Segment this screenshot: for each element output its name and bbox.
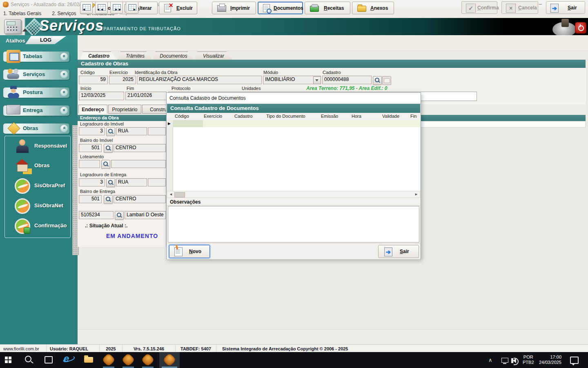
- cidade-codigo-field[interactable]: 5105234: [79, 211, 114, 219]
- col-validade[interactable]: Validade: [382, 114, 399, 119]
- chevron-down-icon[interactable]: »: [60, 53, 68, 60]
- codigo-field[interactable]: 59: [79, 76, 108, 84]
- inicio-field[interactable]: 12/03/2025: [79, 92, 124, 100]
- record-last-button[interactable]: ►: [126, 2, 138, 13]
- tab-documentos[interactable]: Documentos: [153, 52, 194, 60]
- sair-button[interactable]: Sair: [546, 1, 585, 14]
- col-tipo-documento[interactable]: Tipo do Documento: [266, 114, 305, 119]
- col-cadastro[interactable]: Cadastro: [234, 114, 253, 119]
- sidebar-tab-atalhos[interactable]: Atalhos: [6, 38, 25, 44]
- bairro-imovel-search-button[interactable]: [104, 144, 113, 153]
- modulo-select[interactable]: IMOBILIÁRIO: [263, 76, 321, 84]
- confirma-button[interactable]: ✓ Confirma: [461, 1, 497, 14]
- sidebar-group-servicos[interactable]: Serviços »: [3, 70, 69, 80]
- tab-visualizar[interactable]: Visualizar: [194, 52, 233, 60]
- language-indicator[interactable]: POR PTB2: [523, 355, 534, 365]
- col-exercicio[interactable]: Exercício: [204, 114, 222, 119]
- alterar-button[interactable]: Alterar: [119, 2, 158, 14]
- col-emissao[interactable]: Emissão: [321, 114, 338, 119]
- excluir-button[interactable]: Excluir: [159, 2, 197, 14]
- chevron-down-icon[interactable]: »: [60, 107, 68, 114]
- logradouro-imovel-codigo-field[interactable]: 3: [79, 127, 105, 135]
- logradouro-imovel-tipo-field[interactable]: RUA: [116, 127, 147, 135]
- app-window-2-button[interactable]: [120, 352, 136, 368]
- tab-tramites[interactable]: Trâmites: [118, 52, 153, 60]
- logradouro-entrega-search-button[interactable]: [106, 178, 115, 187]
- exercicio-field[interactable]: 2025: [109, 76, 136, 84]
- logradouro-imovel-nome-field[interactable]: [148, 127, 166, 135]
- menu-tabelas-gerais[interactable]: 1. Tabelas Gerais: [3, 11, 41, 16]
- logradouro-imovel-search-button[interactable]: [106, 127, 115, 136]
- bairro-imovel-codigo-field[interactable]: 501: [79, 144, 102, 152]
- bairro-entrega-search-button[interactable]: [104, 195, 113, 204]
- network-icon[interactable]: [501, 358, 508, 363]
- subtab-endereco[interactable]: Endereço: [78, 105, 107, 114]
- record-first-button[interactable]: ◄: [80, 2, 93, 13]
- tray-expand-icon[interactable]: ∧: [488, 357, 492, 363]
- app-window-3-button[interactable]: [140, 352, 156, 368]
- sidebar-item-responsavel[interactable]: Responsável: [5, 139, 70, 156]
- status-site[interactable]: www.fiorilli.com.br: [0, 345, 47, 352]
- sidebar-item-obras[interactable]: Obras: [5, 158, 70, 175]
- documentos-button[interactable]: Documentos: [258, 2, 303, 14]
- chevron-down-icon[interactable]: »: [60, 89, 68, 96]
- loteamento-codigo-field[interactable]: [79, 160, 100, 168]
- app-window-active-button[interactable]: [159, 352, 180, 368]
- imprimir-button[interactable]: Imprimir: [212, 2, 256, 14]
- cadastro-field[interactable]: 000000488: [322, 76, 372, 84]
- anexos-button[interactable]: Anexos: [352, 2, 394, 14]
- bairro-imovel-nome-field[interactable]: CENTRO: [114, 144, 166, 152]
- internet-explorer-button[interactable]: e: [61, 352, 78, 368]
- sidebar-item-sisobrapref[interactable]: SisObraPref: [5, 178, 70, 195]
- col-hora[interactable]: Hora: [352, 114, 361, 119]
- sidebar-group-obras[interactable]: Obras »: [3, 123, 69, 134]
- notification-center-icon[interactable]: [570, 357, 579, 364]
- file-explorer-button[interactable]: [81, 352, 97, 368]
- tab-cadastro[interactable]: Cadastro: [80, 52, 118, 60]
- dialog-sair-button[interactable]: Sair: [378, 245, 419, 258]
- taskbar-search-button[interactable]: [21, 352, 38, 368]
- cadastro-search-button[interactable]: [373, 76, 382, 85]
- modulo-dropdown-button[interactable]: [313, 76, 321, 84]
- volume-icon[interactable]: [513, 358, 516, 363]
- receitas-button[interactable]: Receitas: [305, 2, 350, 14]
- observacoes-textarea[interactable]: [168, 206, 419, 242]
- scroll-left-icon[interactable]: ◄: [168, 192, 174, 197]
- dialog-titlebar[interactable]: Consulta Cadastro de Documentos: [167, 93, 421, 103]
- scrollbar-thumb[interactable]: [174, 192, 185, 197]
- bairro-entrega-nome-field[interactable]: CENTRO: [114, 195, 166, 203]
- cadastro-photo-button[interactable]: [382, 76, 391, 85]
- cidade-search-button[interactable]: [115, 211, 124, 220]
- scroll-right-icon[interactable]: ►: [413, 192, 419, 197]
- cidade-nome-field[interactable]: Lambari D Oeste: [125, 211, 166, 219]
- sidebar-item-sisobranet[interactable]: SisObraNet: [5, 198, 70, 215]
- identificacao-field[interactable]: REGULARIZAÇÃO CASA MARCOS: [137, 76, 262, 84]
- horizontal-scrollbar[interactable]: ◄ ►: [167, 191, 420, 198]
- clock[interactable]: 17:00 24/03/2025: [537, 355, 561, 365]
- task-view-button[interactable]: [41, 352, 57, 368]
- bairro-entrega-codigo-field[interactable]: 501: [79, 195, 102, 203]
- selected-cell[interactable]: [173, 120, 203, 127]
- fim-field[interactable]: 21/01/2026: [125, 92, 167, 100]
- sidebar-item-confirmacao[interactable]: Confirmação: [5, 218, 70, 236]
- cancela-button[interactable]: × Cancela: [501, 1, 538, 14]
- subtab-proprietario[interactable]: Proprietário: [108, 105, 141, 114]
- app-window-1-button[interactable]: [100, 352, 117, 368]
- sidebar-group-postura[interactable]: Postura »: [3, 88, 69, 98]
- table-row[interactable]: [173, 120, 420, 127]
- menu-servicos[interactable]: 2. Serviços: [52, 11, 76, 16]
- loteamento-nome-field[interactable]: [111, 160, 166, 168]
- documents-grid[interactable]: ▶: [167, 120, 420, 191]
- power-button[interactable]: [575, 22, 586, 34]
- loteamento-search-button[interactable]: [101, 160, 110, 169]
- logradouro-entrega-codigo-field[interactable]: 3: [79, 178, 105, 186]
- sidebar-group-tabelas[interactable]: Tabelas »: [3, 52, 69, 62]
- chevron-up-icon[interactable]: »: [60, 125, 68, 132]
- record-next-button[interactable]: ►►: [110, 2, 123, 13]
- col-fin[interactable]: Fin: [410, 114, 416, 119]
- record-prev-button[interactable]: ◄◄: [95, 2, 108, 13]
- chevron-down-icon[interactable]: »: [60, 71, 68, 78]
- dialog-novo-button[interactable]: Novo: [169, 245, 210, 258]
- col-codigo[interactable]: Código: [175, 114, 189, 119]
- start-button[interactable]: [1, 352, 17, 368]
